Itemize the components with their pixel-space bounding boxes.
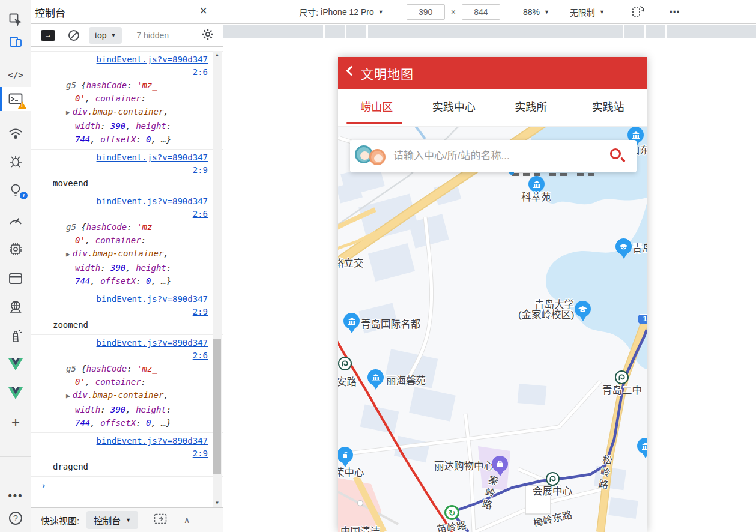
console-toolbar: → top ▼ 7 hidden (31, 25, 223, 47)
context-selector[interactable]: top ▼ (89, 27, 122, 44)
source-link[interactable]: bindEvent.js?v=890d347 (97, 55, 208, 64)
object-preview-line: 0', container: (41, 234, 208, 247)
dimensions-label: 尺寸: (299, 6, 318, 18)
application-icon[interactable] (0, 268, 31, 289)
zoom-selector[interactable]: 88% (523, 7, 540, 17)
media-query-segment[interactable] (223, 25, 323, 38)
back-chevron-icon[interactable] (346, 66, 357, 76)
object-preview-line: width: 390, height: (41, 119, 208, 133)
throttling-selector[interactable]: 无限制 (570, 6, 595, 18)
tab-label: 崂山区 (360, 101, 393, 113)
object-preview-line: g5 {hashCode: 'mz_ (41, 220, 208, 234)
source-link[interactable]: bindEvent.js?v=890d347 (97, 294, 208, 304)
source-line-link[interactable]: 2:6 (193, 209, 208, 219)
console-prompt[interactable]: › (31, 477, 223, 491)
performance-icon[interactable] (0, 210, 31, 231)
prompt-chevron-icon: › (41, 480, 46, 491)
close-icon[interactable]: × (199, 3, 207, 19)
poi-marker-building[interactable] (343, 313, 360, 329)
search-bar[interactable] (350, 140, 637, 172)
poi-marker-building[interactable] (367, 369, 384, 385)
settings-gear-icon[interactable] (201, 28, 214, 43)
source-link[interactable]: bindEvent.js?v=890d347 (97, 338, 208, 348)
source-line-link[interactable]: 2:9 (193, 165, 208, 175)
elements-panel-icon[interactable]: </> (0, 65, 31, 85)
object-preview-line[interactable]: ▶div.bmap-container, (41, 105, 208, 119)
media-query-segment[interactable] (325, 25, 345, 38)
scrollbar-thumb[interactable] (213, 339, 221, 474)
tab-label: 实践站 (592, 101, 624, 113)
object-preview-line: width: 390, height: (41, 261, 208, 274)
metro-station-icon[interactable] (338, 357, 352, 370)
object-preview-line[interactable]: ▶div.bmap-container, (41, 388, 208, 403)
console-panel: 控制台 × → top ▼ 7 hidden bindEvent.js?v=89… (31, 0, 223, 532)
console-header: 控制台 × (31, 0, 223, 24)
rotate-device-icon[interactable] (631, 4, 646, 19)
device-selector[interactable]: iPhone 12 Pro (321, 7, 374, 17)
height-input[interactable]: 844 (462, 4, 500, 20)
source-link[interactable]: bindEvent.js?v=890d347 (97, 153, 208, 162)
poi-marker-mall[interactable] (492, 456, 508, 472)
object-preview-line: g5 {hashCode: 'mz_ (41, 79, 208, 92)
media-query-segment[interactable] (646, 25, 665, 38)
device-toolbar: 尺寸: iPhone 12 Pro ▼ 390 × 844 88% ▼ 无限制 … (223, 0, 756, 24)
divider (0, 52, 31, 52)
inspect-icon[interactable] (0, 10, 31, 30)
source-line-link[interactable]: 2:6 (193, 351, 208, 360)
tab-shijianzhongxin[interactable]: 实践中心 (416, 89, 493, 126)
poi-marker-school[interactable] (615, 238, 632, 255)
quick-view-value: 控制台 (94, 514, 121, 527)
memory-chip-icon[interactable] (0, 239, 31, 259)
clear-console-icon[interactable] (68, 30, 79, 41)
media-query-segment[interactable] (667, 25, 756, 38)
mascot-icon (355, 144, 390, 168)
width-input[interactable]: 390 (407, 4, 445, 20)
tab-shijianzhan[interactable]: 实践站 (570, 89, 647, 126)
search-input[interactable] (393, 150, 610, 162)
add-panel-icon[interactable]: + (0, 412, 31, 432)
vue-devtools-icon[interactable] (0, 354, 31, 375)
source-line-link[interactable]: 2:6 (193, 67, 208, 77)
tab-shijiansuo[interactable]: 实践所 (492, 89, 570, 126)
network-icon[interactable] (0, 123, 31, 144)
log-text: moveend (41, 177, 208, 190)
scroll-down-icon[interactable]: ▼ (213, 499, 222, 507)
source-link[interactable]: bindEvent.js?v=890d347 (97, 196, 208, 206)
media-query-segment[interactable] (346, 25, 366, 38)
help-icon[interactable]: ? (0, 508, 31, 528)
more-options-icon[interactable]: ⋯ (670, 5, 680, 18)
lighthouse-icon[interactable] (0, 326, 31, 346)
hidden-messages-count[interactable]: 7 hidden (136, 31, 169, 40)
dock-side-icon[interactable]: → (41, 30, 55, 41)
tab-laoshanqu[interactable]: 崂山区 (338, 89, 416, 126)
console-title: 控制台 (35, 5, 65, 20)
console-panel-icon[interactable] (0, 87, 31, 111)
device-toolbar-icon[interactable] (0, 31, 31, 52)
activity-bar-toggle-icon[interactable] (154, 513, 167, 527)
media-query-segment[interactable] (368, 25, 623, 38)
collapse-icon[interactable]: ∧ (184, 515, 190, 525)
issues-lightbulb-icon[interactable]: i (0, 180, 31, 201)
app-tabs: 崂山区 实践中心 实践所 实践站 (338, 89, 647, 127)
more-tools-icon[interactable]: ••• (0, 485, 31, 506)
object-preview-line: 0', container: (41, 92, 208, 105)
media-query-segment[interactable] (624, 25, 644, 38)
poi-label: 青岛二中 (602, 382, 642, 397)
search-icon[interactable] (610, 148, 626, 164)
scroll-up-icon[interactable]: ▲ (213, 51, 222, 59)
poi-label: 荣中心 (338, 465, 364, 479)
poi-marker-school[interactable] (575, 301, 591, 317)
network-conditions-icon[interactable] (0, 297, 31, 317)
source-line-link[interactable]: 2:9 (193, 449, 208, 458)
vue-devtools-icon-2[interactable] (0, 383, 31, 404)
object-preview-line: 744, offsetX: 0, …} (41, 274, 208, 288)
object-preview-line[interactable]: ▶div.bmap-container, (41, 247, 208, 261)
baidu-map[interactable]: 科萃苑 山东 青岛 青岛大学 (金家岭校区) (338, 127, 647, 532)
quick-view-selector[interactable]: 控制台 ▼ (86, 511, 138, 529)
console-message-group: bindEvent.js?v=890d347 2:9 moveend (31, 150, 223, 193)
console-scrollbar[interactable]: ▲ ▼ (213, 51, 222, 507)
console-message-group: bindEvent.js?v=890d347 2:6 g5 {hashCode:… (31, 51, 223, 150)
source-line-link[interactable]: 2:9 (193, 307, 208, 316)
source-link[interactable]: bindEvent.js?v=890d347 (97, 436, 208, 446)
debug-icon[interactable] (0, 151, 31, 172)
